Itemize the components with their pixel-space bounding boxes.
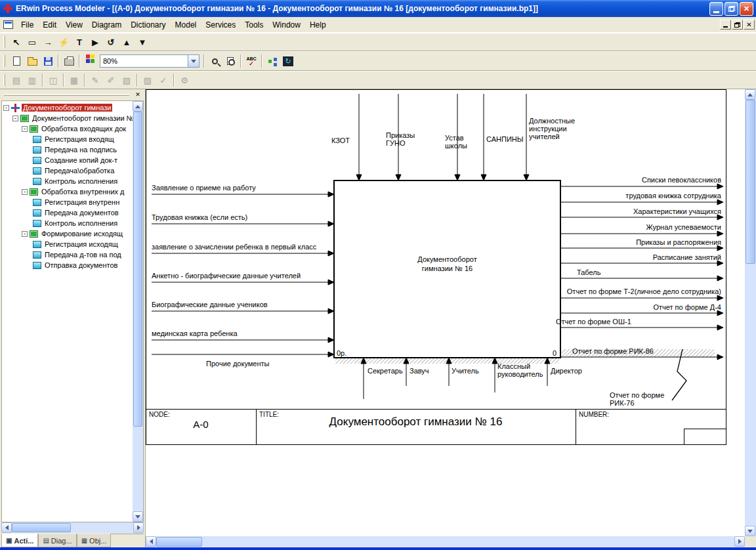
squiggle-tool-button[interactable]: ⚡: [56, 35, 72, 50]
output-arrow-label[interactable]: трудовая книжка сотрудника: [625, 192, 721, 200]
scroll-right-button[interactable]: [133, 522, 144, 533]
control-arrow-label[interactable]: Приказы ГУНО: [386, 131, 421, 147]
scroll-up-button[interactable]: [133, 101, 143, 112]
collapse-icon[interactable]: -: [22, 231, 28, 237]
menu-model[interactable]: Model: [171, 18, 201, 32]
control-arrow-label[interactable]: Должностные инструкции учителей: [529, 117, 589, 140]
tree-item-root[interactable]: - Документооборот гимнази: [2, 102, 133, 113]
tree-item[interactable]: Передача\обработка: [2, 165, 133, 176]
tree-item[interactable]: Контроль исполнения: [2, 176, 133, 186]
sibling-diagram-button[interactable]: ↺: [103, 35, 119, 50]
diagram-canvas[interactable]: КЗОТ Приказы ГУНО Устав школы САНПИНЫ До…: [146, 89, 745, 536]
activity-box-label[interactable]: Документооборот гимназии № 16: [334, 255, 560, 273]
collapse-icon[interactable]: -: [12, 116, 18, 121]
tab-diagrams[interactable]: ▤ Diag...: [38, 534, 76, 547]
input-arrow-label[interactable]: Трудовая книжка (если есть): [152, 213, 247, 221]
toolbar-grip[interactable]: [3, 74, 5, 86]
input-arrow-label[interactable]: мединская карта ребенка: [152, 329, 238, 337]
output-arrow-label[interactable]: Расписание занятий: [653, 253, 721, 261]
tree-item[interactable]: Создание копий док-т: [2, 155, 133, 165]
scroll-up-button[interactable]: [745, 89, 755, 100]
tree-item[interactable]: Регистрация исходящ: [2, 239, 133, 249]
scroll-down-button[interactable]: [133, 511, 143, 522]
mechanism-arrow-label[interactable]: Завуч: [410, 367, 429, 375]
scrollbar-track[interactable]: [71, 522, 133, 533]
open-button[interactable]: [24, 54, 40, 69]
menu-help[interactable]: Help: [305, 18, 331, 32]
color-button[interactable]: [82, 54, 98, 69]
tree-item[interactable]: Передача на подпись: [2, 144, 133, 155]
canvas-vertical-scrollbar[interactable]: [745, 89, 756, 536]
zoom-in-button[interactable]: [207, 54, 222, 69]
menu-diagram[interactable]: Diagram: [87, 18, 126, 32]
menu-file[interactable]: File: [16, 18, 38, 32]
go-to-child-button[interactable]: ▼: [135, 35, 150, 50]
scrollbar-thumb[interactable]: [12, 523, 71, 532]
scrollbar-thumb[interactable]: [746, 100, 755, 264]
arrow-tool-button[interactable]: →: [40, 35, 56, 50]
output-arrow-label[interactable]: Журнал успеваемости: [646, 223, 721, 231]
scrollbar-thumb[interactable]: [156, 537, 202, 547]
tree-item[interactable]: - Обработка входящих док: [2, 123, 133, 134]
mechanism-arrow-label[interactable]: Секретарь: [368, 367, 403, 375]
scrollbar-track[interactable]: [202, 536, 734, 547]
zoom-dropdown-button[interactable]: [188, 55, 199, 67]
activity-box-tool-button[interactable]: ▭: [24, 35, 40, 50]
tree-item[interactable]: - Документооборот гимназии №: [2, 113, 133, 123]
menu-dictionary[interactable]: Dictionary: [126, 18, 170, 32]
output-arrow-label[interactable]: Характеристики учащихся: [633, 207, 721, 215]
tree-item[interactable]: Передача документов: [2, 207, 133, 218]
mechanism-arrow-label[interactable]: Классный руководитель: [497, 362, 553, 378]
collapse-icon[interactable]: -: [22, 189, 28, 195]
zoom-combobox[interactable]: 80%: [100, 54, 200, 68]
menu-edit[interactable]: Edit: [38, 18, 61, 32]
zoom-page-button[interactable]: [222, 54, 238, 69]
tree-item[interactable]: Отправка документов: [2, 260, 133, 270]
close-button[interactable]: ✕: [740, 2, 753, 16]
output-arrow-label[interactable]: Отчет по форме Т-2(личное дело сотрудник…: [567, 287, 721, 295]
tree-item[interactable]: - Обработка внутренних д: [2, 186, 133, 197]
text-tool-button[interactable]: T: [72, 35, 87, 50]
input-arrow-label[interactable]: Биографические данные учеников: [152, 301, 268, 308]
tree-item[interactable]: Регистрация входящ: [2, 134, 133, 144]
menu-window[interactable]: Window: [268, 18, 305, 32]
explorer-horizontal-scrollbar[interactable]: [1, 522, 144, 533]
toolbar-grip[interactable]: [3, 36, 5, 48]
scroll-left-button[interactable]: [146, 536, 156, 547]
tab-objects[interactable]: ▦ Obj...: [77, 534, 112, 547]
explorer-grip[interactable]: [4, 94, 129, 96]
scrollbar-thumb[interactable]: [133, 112, 142, 427]
input-arrow-label[interactable]: Прочие документы: [206, 360, 270, 368]
menu-view[interactable]: View: [61, 18, 87, 32]
control-arrow-label[interactable]: САНПИНЫ: [486, 135, 523, 143]
mdi-restore-button[interactable]: [732, 20, 743, 30]
minimize-button[interactable]: [709, 2, 723, 16]
model-mart-button[interactable]: ↻: [280, 54, 296, 69]
control-arrow-label[interactable]: КЗОТ: [331, 137, 350, 144]
diagram-dialog-button[interactable]: ▶: [87, 35, 103, 50]
new-button[interactable]: [9, 54, 24, 69]
collapse-icon[interactable]: -: [3, 105, 9, 111]
mdi-minimize-button[interactable]: [720, 20, 731, 30]
scroll-left-button[interactable]: [1, 522, 12, 533]
scrollbar-track[interactable]: [745, 264, 756, 526]
model-explorer-button[interactable]: [264, 54, 280, 69]
output-arrow-label[interactable]: Списки певоклассников: [642, 176, 721, 184]
spell-check-button[interactable]: ABC ✓: [243, 54, 259, 69]
output-arrow-label[interactable]: Табель: [577, 268, 600, 276]
print-button[interactable]: [61, 54, 77, 69]
canvas-horizontal-scrollbar[interactable]: [146, 536, 745, 547]
document-icon[interactable]: [3, 20, 13, 29]
mechanism-arrow-label[interactable]: Директор: [551, 367, 582, 375]
menu-tools[interactable]: Tools: [240, 18, 268, 32]
output-arrow-label[interactable]: Отчет по форме ОШ-1: [556, 318, 631, 326]
input-arrow-label[interactable]: заявление о зачислении ребенка в первый …: [152, 243, 316, 251]
output-arrow-label[interactable]: Отчет по форме РИК-86: [572, 347, 654, 355]
explorer-vertical-scrollbar[interactable]: [133, 101, 143, 522]
control-arrow-label[interactable]: Устав школы: [445, 134, 475, 150]
scroll-down-button[interactable]: [745, 526, 755, 536]
go-to-parent-button[interactable]: ▲: [119, 35, 135, 50]
menu-services[interactable]: Services: [201, 18, 240, 32]
scrollbar-track[interactable]: [133, 427, 143, 511]
restore-button[interactable]: [724, 2, 738, 16]
